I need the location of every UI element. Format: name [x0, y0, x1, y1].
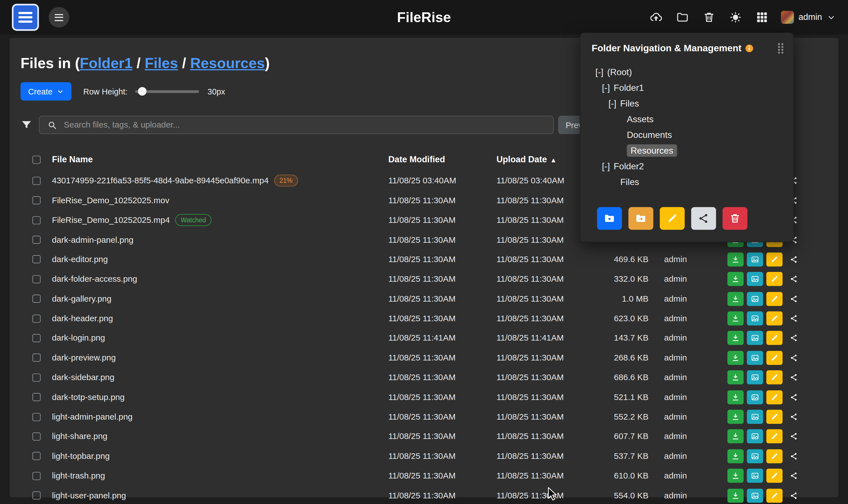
preview-button[interactable]	[747, 410, 763, 424]
row-checkbox[interactable]	[32, 236, 40, 244]
file-name[interactable]: FileRise_Demo_10252025.mp4	[52, 215, 170, 225]
collapse-toggle[interactable]: [-]	[595, 67, 603, 77]
folder-tree-label[interactable]: (Root)	[607, 67, 632, 77]
row-checkbox[interactable]	[32, 177, 40, 185]
share-button[interactable]	[786, 272, 802, 286]
share-button[interactable]	[786, 371, 802, 384]
preview-button[interactable]	[747, 252, 763, 266]
column-header-date-modified[interactable]: Date Modified	[388, 155, 497, 164]
folder-tree-item[interactable]: Resources	[580, 143, 793, 158]
share-button[interactable]	[786, 331, 802, 345]
share-button[interactable]	[786, 292, 802, 306]
edit-button[interactable]	[766, 429, 783, 444]
share-button[interactable]	[786, 429, 802, 444]
preview-button[interactable]	[747, 469, 763, 483]
edit-button[interactable]	[766, 449, 783, 463]
column-header-file-name[interactable]: File Name	[52, 155, 388, 164]
folder-tree-label[interactable]: Folder1	[614, 83, 644, 93]
share-button[interactable]	[786, 469, 802, 483]
preview-button[interactable]	[747, 272, 763, 286]
row-checkbox[interactable]	[32, 433, 40, 440]
edit-button[interactable]	[766, 489, 783, 503]
search-input[interactable]	[63, 120, 548, 131]
edit-button[interactable]	[766, 331, 783, 345]
row-checkbox[interactable]	[32, 373, 40, 381]
share-button[interactable]	[786, 449, 802, 463]
preview-button[interactable]	[747, 371, 763, 384]
move-folder-button[interactable]	[629, 207, 653, 230]
file-name[interactable]: 430174959-221f6a53-85f5-48d4-9abe-89445e…	[52, 176, 269, 185]
edit-button[interactable]	[766, 410, 783, 424]
edit-button[interactable]	[766, 292, 783, 306]
file-name[interactable]: FileRise_Demo_10252025.mov	[52, 196, 170, 205]
collapse-toggle[interactable]: [-]	[602, 83, 610, 93]
row-checkbox[interactable]	[32, 314, 40, 323]
delete-folder-button[interactable]	[723, 207, 748, 230]
edit-button[interactable]	[766, 252, 783, 266]
download-button[interactable]	[727, 371, 744, 384]
share-button[interactable]	[786, 390, 802, 404]
download-button[interactable]	[727, 429, 744, 444]
edit-button[interactable]	[766, 469, 783, 483]
row-checkbox[interactable]	[32, 472, 40, 480]
collapse-toggle[interactable]: [-]	[608, 98, 616, 109]
share-button[interactable]	[786, 311, 802, 325]
preview-button[interactable]	[747, 390, 763, 404]
apps-grid-icon[interactable]	[755, 10, 770, 25]
row-checkbox[interactable]	[32, 255, 40, 264]
download-button[interactable]	[727, 390, 744, 404]
folder-tree-label[interactable]: Files	[620, 177, 639, 187]
download-button[interactable]	[727, 410, 744, 424]
breadcrumb-link-resources[interactable]: Resources	[190, 55, 265, 71]
file-name[interactable]: light-admin-panel.png	[52, 412, 132, 422]
row-checkbox[interactable]	[32, 452, 40, 460]
share-button[interactable]	[786, 252, 802, 266]
file-name[interactable]: dark-gallery.png	[52, 294, 111, 304]
preview-button[interactable]	[747, 449, 763, 463]
preview-button[interactable]	[747, 292, 763, 306]
download-button[interactable]	[727, 351, 744, 365]
preview-button[interactable]	[747, 311, 763, 325]
folder-tree-item[interactable]: [-] Folder2	[580, 158, 793, 174]
folder-tree-label[interactable]: Resources	[627, 144, 677, 157]
file-name[interactable]: dark-editor.png	[52, 254, 108, 264]
row-checkbox[interactable]	[32, 216, 40, 224]
file-name[interactable]: dark-folder-access.png	[52, 274, 137, 284]
drag-handle-icon[interactable]	[777, 42, 784, 54]
download-button[interactable]	[727, 469, 744, 483]
upload-icon[interactable]	[649, 10, 664, 25]
breadcrumb-link-files[interactable]: Files	[145, 55, 178, 71]
file-name[interactable]: light-share.png	[52, 432, 107, 442]
theme-toggle-icon[interactable]	[728, 10, 743, 25]
download-button[interactable]	[727, 272, 744, 286]
download-button[interactable]	[727, 489, 744, 503]
folder-tree-label[interactable]: Documents	[627, 130, 672, 140]
file-name[interactable]: light-user-panel.png	[52, 490, 126, 500]
download-button[interactable]	[727, 311, 744, 325]
filerise-logo[interactable]	[12, 4, 39, 31]
edit-button[interactable]	[766, 351, 783, 365]
folder-tree-item[interactable]: [-] (Root)	[580, 64, 793, 80]
folder-tree-item[interactable]: [-] Folder1	[580, 80, 793, 95]
row-checkbox[interactable]	[32, 393, 40, 401]
slider-thumb[interactable]	[138, 87, 146, 96]
edit-button[interactable]	[766, 371, 783, 384]
preview-button[interactable]	[747, 351, 763, 365]
edit-button[interactable]	[766, 390, 783, 404]
download-button[interactable]	[727, 252, 744, 266]
share-button[interactable]	[786, 410, 802, 424]
filter-icon[interactable]	[20, 119, 39, 131]
share-folder-button[interactable]	[691, 207, 716, 230]
preview-button[interactable]	[747, 331, 763, 345]
edit-button[interactable]	[766, 311, 783, 325]
folder-tree-item[interactable]: Assets	[580, 111, 793, 127]
row-checkbox[interactable]	[32, 275, 40, 283]
create-folder-button[interactable]	[597, 207, 622, 230]
row-checkbox[interactable]	[32, 197, 40, 205]
folder-tree-item[interactable]: Documents	[580, 127, 793, 143]
folder-tree-label[interactable]: Folder2	[614, 161, 644, 172]
folder-tree-item[interactable]: [-] Files	[580, 95, 793, 111]
preview-button[interactable]	[747, 429, 763, 444]
share-button[interactable]	[786, 351, 802, 365]
row-checkbox[interactable]	[32, 491, 40, 500]
